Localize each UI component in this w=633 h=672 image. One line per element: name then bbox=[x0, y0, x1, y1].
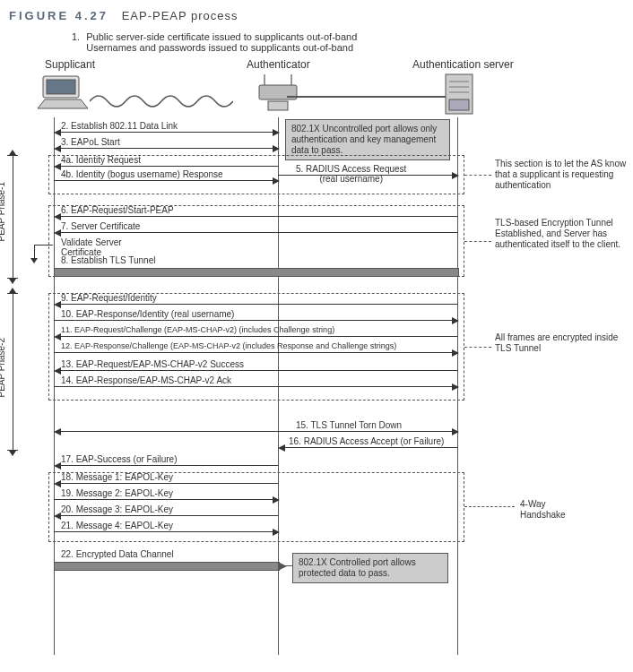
figure-caption: EAP-PEAP process bbox=[122, 9, 238, 22]
role-auth-server: Authentication server bbox=[412, 58, 514, 71]
arrow-9: 9. EAP-Request/Identity bbox=[9, 295, 633, 307]
arrow-13: 13. EAP-Request/EAP-MS-CHAP-v2 Success bbox=[9, 361, 633, 374]
svg-rect-6 bbox=[268, 101, 288, 110]
role-authenticator: Authenticator bbox=[247, 58, 310, 71]
phase-2-bracket: PEAP Phase-2 bbox=[7, 293, 18, 451]
arrow-18: 18. Message 1: EAPOL-Key bbox=[9, 474, 633, 487]
figure-title: FIGURE 4.27 EAP-PEAP process bbox=[9, 9, 633, 22]
wireless-icon bbox=[90, 90, 224, 108]
server-icon bbox=[444, 73, 474, 116]
sequence-diagram: 802.1X Uncontrolled port allows only aut… bbox=[9, 73, 633, 655]
role-headers: Supplicant Authenticator Authentication … bbox=[9, 58, 633, 73]
arrow-16: 16. RADIUS Access Accept (or Failure) bbox=[9, 438, 633, 451]
laptop-icon bbox=[36, 73, 90, 112]
note-right-4: 4-Way Handshake bbox=[520, 499, 610, 521]
phase-1-bracket: PEAP Phase-1 bbox=[7, 155, 18, 279]
encrypted-channel-bar bbox=[54, 562, 280, 571]
svg-marker-2 bbox=[38, 99, 88, 108]
arrow-21: 21. Message 4: EAPOL-Key bbox=[9, 522, 633, 535]
role-supplicant: Supplicant bbox=[45, 58, 95, 71]
note-right-1: This section is to let the AS know that … bbox=[495, 159, 629, 191]
arrow-10: 10. EAP-Response/Identity (real username… bbox=[9, 311, 633, 323]
note-right-2: TLS-based Encryption Tunnel Established,… bbox=[495, 218, 629, 250]
svg-rect-11 bbox=[449, 99, 469, 110]
svg-rect-1 bbox=[47, 80, 75, 94]
arrow-3: 3. EAPoL Start bbox=[9, 139, 633, 151]
tls-tunnel-bar bbox=[54, 268, 459, 277]
arrow-15: 15. TLS Tunnel Torn Down bbox=[9, 422, 633, 435]
note-right-3: All frames are encrypted inside TLS Tunn… bbox=[495, 332, 620, 354]
access-point-icon bbox=[256, 73, 300, 114]
step-1-note: 1. Public server-side certificate issued… bbox=[72, 31, 633, 53]
note-validate-cert: Validate Server Certificate bbox=[61, 237, 122, 257]
figure-number: FIGURE 4.27 bbox=[9, 9, 108, 22]
arrow-2: 2. Establish 802.11 Data Link bbox=[9, 123, 633, 135]
wired-link-icon bbox=[287, 96, 448, 98]
callout-controlled-port: 802.1X Controlled port allows protected … bbox=[292, 553, 448, 583]
arrow-14: 14. EAP-Response/EAP-MS-CHAP-v2 Ack bbox=[9, 377, 633, 390]
arrow-17: 17. EAP-Success (or Failure) bbox=[9, 456, 633, 469]
